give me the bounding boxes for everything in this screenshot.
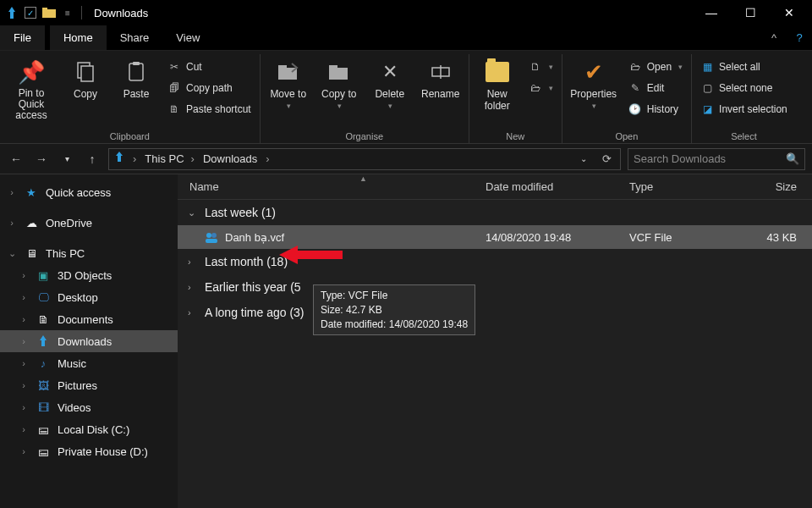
delete-button[interactable]: ✕ Delete▾ xyxy=(367,56,413,110)
sidebar-onedrive[interactable]: ›☁OneDrive xyxy=(0,212,178,234)
address-history-button[interactable]: ⌄ xyxy=(574,150,593,168)
new-item-button[interactable]: 🗋▾ xyxy=(525,58,557,76)
group-earlier-this-year[interactable]: ›Earlier this year (5 xyxy=(178,274,812,300)
sidebar-this-pc[interactable]: ⌄🖥This PC xyxy=(0,242,178,264)
history-button[interactable]: 🕑History xyxy=(625,100,686,119)
sidebar-item-pictures[interactable]: ›🖼Pictures xyxy=(0,374,178,396)
open-label: Open xyxy=(647,61,672,73)
sidebar-item-downloads[interactable]: ›Downloads xyxy=(0,330,178,352)
sidebar-quick-access[interactable]: ›★Quick access xyxy=(0,181,178,203)
sidebar-item-3d-objects[interactable]: ›▣3D Objects xyxy=(0,264,178,286)
select-all-button[interactable]: ▦Select all xyxy=(697,58,791,76)
nav-sidebar: ›★Quick access ›☁OneDrive ⌄🖥This PC ›▣3D… xyxy=(0,174,178,508)
open-button[interactable]: 🗁Open▾ xyxy=(625,58,686,76)
group-last-week[interactable]: ⌄Last week (1) xyxy=(178,200,812,225)
tab-view[interactable]: View xyxy=(162,25,213,50)
group-last-month[interactable]: ›Last month (18) xyxy=(178,249,812,274)
sidebar-item-desktop[interactable]: ›🖵Desktop xyxy=(0,286,178,308)
ribbon-tabs: File Home Share View ^ ? xyxy=(0,25,812,51)
cut-icon: ✂ xyxy=(167,60,181,74)
rename-button[interactable]: Rename xyxy=(418,56,464,100)
edit-label: Edit xyxy=(647,82,665,94)
documents-icon: 🗎 xyxy=(36,313,51,326)
tooltip-type: Type: VCF File xyxy=(321,289,468,303)
chevron-right-icon: › xyxy=(188,282,198,292)
group-a-long-time-ago[interactable]: ›A long time ago (3) xyxy=(178,300,812,325)
crumb-folder[interactable]: Downloads xyxy=(203,152,257,165)
file-row[interactable]: Danh bạ.vcf 14/08/2020 19:48 VCF File 43… xyxy=(178,225,812,249)
tab-home[interactable]: Home xyxy=(50,25,107,50)
up-button[interactable]: ↑ xyxy=(83,150,102,168)
file-size: 43 KB xyxy=(736,231,812,244)
help-icon[interactable]: ? xyxy=(787,25,812,50)
sidebar-item-label: Music xyxy=(58,357,86,370)
qat-properties-icon[interactable]: ✓ xyxy=(24,6,37,19)
sidebar-item-documents[interactable]: ›🗎Documents xyxy=(0,308,178,330)
maximize-button[interactable]: ☐ xyxy=(731,0,770,25)
easy-access-button[interactable]: 🗁▾ xyxy=(525,79,557,97)
properties-label: Properties xyxy=(570,88,617,100)
sidebar-item-label: Desktop xyxy=(58,291,98,304)
paste-shortcut-icon: 🗎 xyxy=(167,102,181,116)
properties-icon: ✔ xyxy=(579,58,608,86)
recent-locations-button[interactable]: ▾ xyxy=(58,150,76,168)
pin-to-quick-access-button[interactable]: 📌 Pin to Quick access xyxy=(5,56,58,122)
organise-group-label: Organise xyxy=(345,129,383,143)
sidebar-quick-label: Quick access xyxy=(46,186,111,199)
copy-to-icon xyxy=(325,58,354,86)
cut-button[interactable]: ✂Cut xyxy=(164,58,255,76)
properties-button[interactable]: ✔ Properties▾ xyxy=(568,56,620,110)
column-header-date[interactable]: Date modified xyxy=(474,180,617,193)
column-header-size[interactable]: Size xyxy=(736,180,812,193)
new-folder-icon xyxy=(483,58,512,86)
rename-label: Rename xyxy=(421,88,459,100)
invert-selection-button[interactable]: ◪Invert selection xyxy=(697,100,791,119)
paste-button[interactable]: Paste xyxy=(113,56,159,100)
sidebar-item-private-house-d[interactable]: ›🖴Private House (D:) xyxy=(0,440,178,462)
group-label: Last month (18) xyxy=(205,255,288,268)
search-input[interactable] xyxy=(634,152,786,165)
copy-path-label: Copy path xyxy=(186,82,233,94)
sidebar-item-videos[interactable]: ›🎞Videos xyxy=(0,396,178,418)
search-box[interactable]: 🔍 xyxy=(628,148,805,170)
back-button[interactable]: ← xyxy=(7,150,25,168)
move-to-button[interactable]: Move to▾ xyxy=(266,56,311,110)
copy-label: Copy xyxy=(74,88,97,100)
ribbon: 📌 Pin to Quick access Copy Paste ✂Cut 🗐C… xyxy=(0,51,812,144)
copy-icon xyxy=(71,58,100,86)
svg-rect-5 xyxy=(133,62,140,65)
copy-button[interactable]: Copy xyxy=(63,56,108,100)
qat-folder-icon[interactable] xyxy=(42,6,56,19)
file-type: VCF File xyxy=(617,231,736,244)
sort-indicator-icon: ▲ xyxy=(359,174,367,183)
new-folder-button[interactable]: New folder xyxy=(475,56,520,112)
paste-shortcut-button[interactable]: 🗎Paste shortcut xyxy=(164,100,255,119)
address-bar[interactable]: This PC Downloads ⌄ ⟳ xyxy=(108,148,621,170)
file-date: 14/08/2020 19:48 xyxy=(474,231,617,244)
file-tooltip: Type: VCF File Size: 42.7 KB Date modifi… xyxy=(313,284,475,335)
ribbon-collapse-icon[interactable]: ^ xyxy=(761,25,787,50)
edit-button[interactable]: ✎Edit xyxy=(625,79,686,97)
qat-dropdown-icon[interactable]: ≡ xyxy=(61,6,74,19)
svg-rect-8 xyxy=(329,68,348,80)
minimize-button[interactable]: — xyxy=(692,0,731,25)
sidebar-item-local-disk-c[interactable]: ›🖴Local Disk (C:) xyxy=(0,418,178,440)
music-icon: ♪ xyxy=(36,357,51,370)
disk-icon: 🖴 xyxy=(36,423,51,436)
sidebar-item-music[interactable]: ›♪Music xyxy=(0,352,178,374)
forward-button[interactable]: → xyxy=(32,150,51,168)
tab-file[interactable]: File xyxy=(0,25,45,50)
refresh-button[interactable]: ⟳ xyxy=(596,152,617,165)
select-none-button[interactable]: ▢Select none xyxy=(697,79,791,97)
svg-rect-0 xyxy=(42,9,56,18)
file-list[interactable]: ⌄Last week (1) Danh bạ.vcf 14/08/2020 19… xyxy=(178,200,812,508)
crumb-root[interactable]: This PC xyxy=(145,152,184,165)
sidebar-thispc-label: This PC xyxy=(46,247,85,260)
select-group-label: Select xyxy=(731,129,757,143)
column-header-name[interactable]: Name xyxy=(178,180,474,193)
tab-share[interactable]: Share xyxy=(107,25,163,50)
copy-to-button[interactable]: Copy to▾ xyxy=(316,56,362,110)
close-button[interactable]: ✕ xyxy=(770,0,809,25)
copy-path-button[interactable]: 🗐Copy path xyxy=(164,79,255,97)
column-header-type[interactable]: Type xyxy=(617,180,736,193)
